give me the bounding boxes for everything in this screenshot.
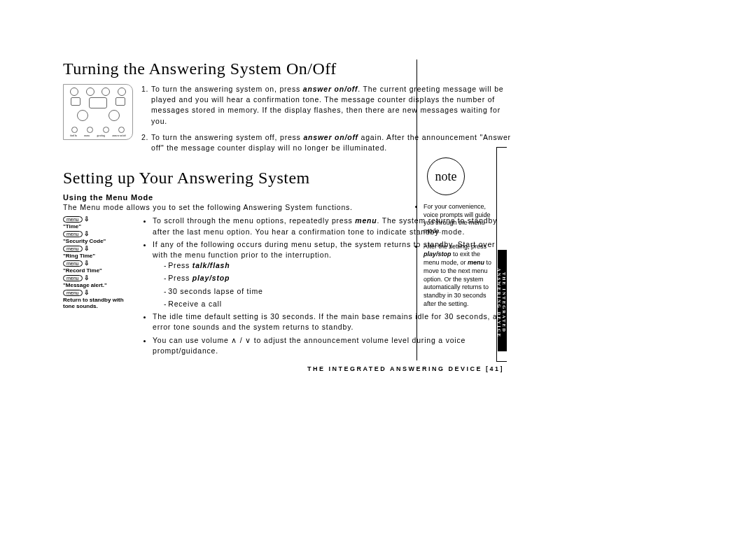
note-list: For your convenience, voice prompts will…: [415, 203, 496, 315]
note-item: After the setting, press play/stop to ex…: [424, 243, 496, 309]
volume-down-icon: ∨: [245, 336, 251, 344]
menu-flow-diagram: menu⇩ "Time" menu⇩ "Security Code" menu⇩…: [63, 216, 133, 358]
list-item: To turn the answering system off, press …: [151, 132, 511, 153]
note-badge: note: [427, 157, 465, 195]
panel-label: find hs: [70, 134, 77, 137]
panel-label: answer on/off: [112, 134, 125, 137]
note-item: For your convenience, voice prompts will…: [424, 203, 496, 236]
section1-row: find hsmenugreetinganswer on/off To turn…: [63, 84, 511, 159]
section1-text: To turn the answering system on, press a…: [141, 84, 511, 159]
device-panel-illustration: find hsmenugreetinganswer on/off: [63, 84, 133, 140]
volume-up-icon: ∧: [231, 336, 237, 344]
list-item: To turn the answering system on, press a…: [151, 84, 511, 127]
page-footer: THE INTEGRATED ANSWERING DEVICE [41]: [63, 365, 511, 372]
section1-heading: Turning the Answering System On/Off: [63, 59, 511, 78]
panel-label: menu: [84, 134, 90, 137]
list-item: You can use volume ∧ / ∨ to adjust the a…: [153, 335, 511, 356]
panel-label: greeting: [97, 134, 105, 137]
side-tab: THE INTEGRATED ANSWERING DEVICE: [498, 250, 507, 351]
